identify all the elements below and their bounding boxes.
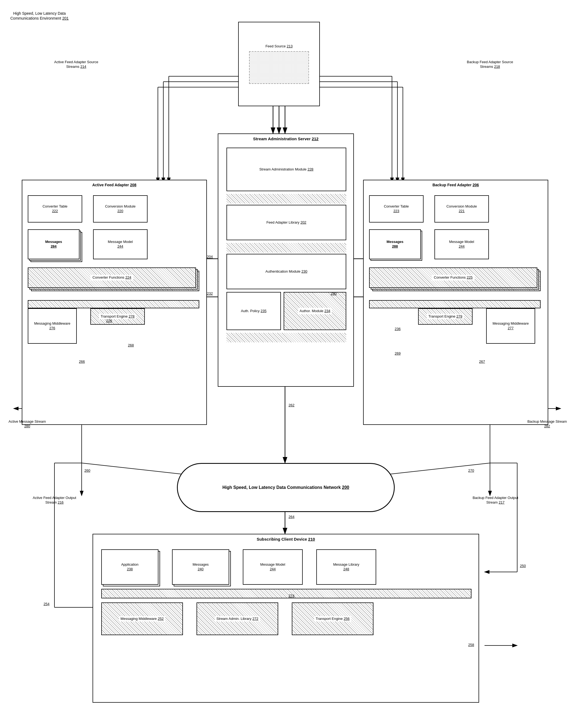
- backup-message-model-box: Message Model 244: [435, 229, 489, 259]
- author-module-title: Author. Module 234: [298, 308, 332, 315]
- active-feed-source-streams-label: Active Feed Adapter Source Streams 214: [49, 60, 103, 69]
- backup-feed-source-streams-label: Backup Feed Adapter Source Streams 218: [463, 60, 517, 69]
- backup-hatch-row: [369, 300, 541, 308]
- backup-feed-output-label: Backup Feed Adapter Output Stream 217: [468, 496, 523, 505]
- network-cloud: High Speed, Low Latency Data Communicati…: [177, 463, 395, 512]
- ref-226: 226: [106, 319, 112, 323]
- active-feed-adapter-title: Active Feed Adapter 208: [92, 182, 136, 187]
- client-messages-stack: Messages 240: [172, 549, 232, 587]
- ref-274: 274: [289, 594, 295, 598]
- hatch-232: [227, 243, 346, 252]
- backup-message-stream-label: Backup Message Stream 282: [525, 419, 569, 429]
- active-feed-output-label: Active Feed Adapter Output Stream 216: [27, 496, 82, 505]
- auth-policy-title: Auth. Policy 235: [241, 309, 267, 314]
- ref-254: 254: [44, 602, 49, 606]
- ref-270: 270: [468, 469, 474, 473]
- ref-236: 236: [395, 327, 401, 332]
- feed-source-box: Feed Source 213: [238, 22, 320, 106]
- subscribing-client-title: Subscribing Client Device 210: [257, 537, 315, 542]
- ref-204: 204: [207, 255, 213, 259]
- environment-label: High Speed, Low Latency Data Communicati…: [8, 11, 71, 21]
- stream-admin-module-title: Stream Administration Module 228: [259, 167, 314, 172]
- application-stack: Application 238: [101, 549, 161, 587]
- client-hatch-274: [101, 589, 472, 598]
- ref-262: 262: [289, 403, 295, 408]
- active-message-stream-label: Active Message Stream 280: [5, 419, 49, 429]
- stream-admin-server-box: Stream Administration Server 212 Stream …: [218, 134, 354, 387]
- ref-250: 250: [520, 564, 526, 568]
- feed-adapter-library-title: Feed Adapter Library 202: [267, 220, 306, 225]
- auth-module-title: Authentication Module 230: [265, 269, 307, 274]
- active-messages-stack: Messages 284 Messages 284: [28, 229, 82, 262]
- backup-messages-stack: Messages 288: [369, 229, 423, 262]
- ref-268: 268: [128, 343, 134, 348]
- backup-messaging-middleware-box: Messaging Middleware 277: [486, 308, 535, 344]
- client-message-library-box: Message Library 248: [316, 549, 376, 585]
- active-messaging-middleware-box: Messaging Middleware 276: [28, 308, 77, 344]
- subscribing-client-box: Subscribing Client Device 210 Applicatio…: [92, 534, 479, 703]
- client-messaging-middleware-box: Messaging Middleware 252: [101, 602, 183, 635]
- ref-260: 260: [84, 469, 90, 473]
- client-message-model-box: Message Model 244: [243, 549, 303, 585]
- active-message-model-box: Message Model 244: [93, 229, 148, 259]
- active-transport-engine-box: Transport Engine 278: [90, 308, 145, 325]
- hatch-204: [227, 194, 346, 203]
- ref-264: 264: [289, 515, 295, 519]
- ref-267: 267: [479, 360, 485, 364]
- feed-source-title: Feed Source 213: [265, 44, 293, 49]
- author-module-box: Author. Module 234: [284, 292, 346, 330]
- hatch-bottom: [227, 333, 346, 342]
- backup-converter-table-box: Converter Table 223: [369, 195, 423, 222]
- active-feed-adapter-box: Active Feed Adapter 208 Converter Table …: [22, 180, 207, 425]
- stream-admin-server-title: Stream Administration Server 212: [253, 136, 318, 142]
- ref-266: 266: [79, 360, 85, 364]
- ref-258: 258: [468, 643, 474, 648]
- backup-conversion-module-box: Conversion Module 221: [435, 195, 489, 222]
- backup-converter-functions-stack: Converter Functions 225: [369, 267, 541, 292]
- ref-290: 290: [331, 292, 337, 296]
- client-stream-admin-library-box: Stream Admin. Library 272: [197, 602, 278, 635]
- diagram-container: High Speed, Low Latency Data Communicati…: [0, 0, 570, 728]
- auth-policy-box: Auth. Policy 235: [227, 292, 281, 330]
- active-converter-table-box: Converter Table 222: [28, 195, 82, 222]
- backup-transport-engine-box: Transport Engine 279: [418, 308, 473, 325]
- client-transport-engine-box: Transport Engine 256: [292, 602, 373, 635]
- active-hatch-row: [28, 300, 199, 308]
- network-label: High Speed, Low Latency Data Communicati…: [222, 485, 349, 490]
- ref-232: 232: [207, 292, 213, 296]
- backup-feed-adapter-box: Backup Feed Adapter 206 Converter Table …: [363, 180, 548, 425]
- backup-feed-adapter-title: Backup Feed Adapter 206: [433, 182, 479, 187]
- auth-module-box: Authentication Module 230: [227, 254, 346, 289]
- ref-269: 269: [395, 351, 401, 356]
- feed-adapter-library-box: Feed Adapter Library 202: [227, 205, 346, 240]
- stream-admin-module-box: Stream Administration Module 228: [227, 148, 346, 191]
- active-converter-functions-stack: Converter Functions 224: [28, 267, 199, 292]
- active-conversion-module-box: Conversion Module 220: [93, 195, 148, 222]
